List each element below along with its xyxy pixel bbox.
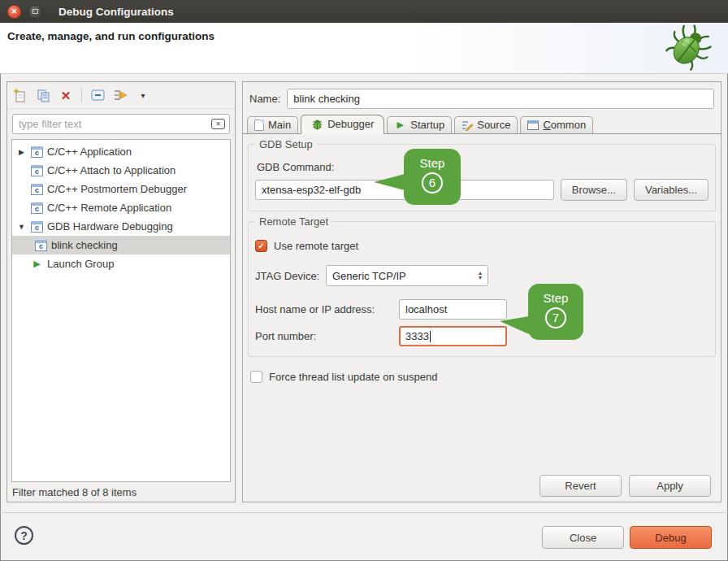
browse-button[interactable]: Browse... — [561, 179, 627, 201]
main-tab-document-icon — [254, 120, 264, 131]
tab-label: Startup — [410, 119, 444, 131]
tree-item-label: C/C++ Attach to Application — [47, 164, 176, 176]
delete-configuration-icon[interactable]: ✕ — [58, 88, 73, 102]
variables-button[interactable]: Variables... — [634, 179, 708, 201]
configurations-sidebar: ✕ ▾ ✕ — [6, 81, 236, 502]
tab-label: Source — [477, 119, 510, 131]
startup-play-icon: ▶ — [394, 120, 406, 130]
c-application-icon: c — [31, 221, 43, 233]
step-7-callout: Step 7 — [528, 284, 583, 340]
text-caret — [430, 331, 431, 342]
force-thread-checkbox[interactable] — [250, 371, 262, 383]
jtag-device-select[interactable]: Generic TCP/IP ▴▾ — [326, 265, 488, 286]
name-input[interactable] — [287, 89, 714, 109]
tab-source[interactable]: Source — [454, 116, 518, 133]
tree-item-cpp-remote[interactable]: c C/C++ Remote Application — [12, 198, 230, 217]
tree-item-label: GDB Hardware Debugging — [47, 220, 173, 233]
tree-item-cpp-postmortem[interactable]: c C/C++ Postmortem Debugger — [12, 180, 230, 198]
common-window-icon — [527, 120, 539, 130]
panel-actions: Revert Apply — [540, 475, 711, 497]
host-input[interactable] — [399, 299, 507, 320]
step-6-callout: Step 6 — [404, 149, 461, 205]
c-application-icon: c — [31, 202, 43, 214]
c-application-icon: c — [35, 240, 47, 251]
tree-item-cpp-application[interactable]: ▶ c C/C++ Application — [12, 142, 230, 161]
tree-item-cpp-attach[interactable]: c C/C++ Attach to Application — [12, 161, 230, 180]
tab-debugger[interactable]: Debugger — [301, 115, 384, 134]
toolbar-separator — [81, 88, 82, 102]
gdb-command-label: GDB Command: — [257, 161, 708, 173]
tab-label: Common — [543, 119, 586, 131]
debugger-bug-icon — [311, 119, 323, 130]
window-title: Debug Configurations — [58, 6, 174, 18]
tree-item-label: C/C++ Remote Application — [47, 202, 171, 214]
c-application-icon: c — [31, 146, 43, 158]
use-remote-target-label: Use remote target — [274, 240, 358, 252]
new-configuration-icon[interactable] — [13, 88, 28, 102]
toolbar-menu-chevron-icon[interactable]: ▾ — [136, 88, 150, 102]
tree-item-label: C/C++ Postmortem Debugger — [47, 183, 187, 195]
debug-button[interactable]: Debug — [630, 526, 712, 549]
clear-filter-icon[interactable]: ✕ — [211, 119, 225, 129]
jtag-device-label: JTAG Device: — [255, 270, 326, 282]
tree-item-label: blink checking — [51, 239, 118, 251]
step-number: 6 — [422, 172, 443, 194]
tab-main[interactable]: Main — [247, 116, 298, 133]
port-value: 3333 — [405, 330, 429, 342]
step-label: Step — [528, 291, 583, 305]
name-label: Name: — [249, 93, 280, 105]
revert-button[interactable]: Revert — [540, 475, 622, 497]
debug-bug-icon — [663, 24, 713, 72]
collapse-all-icon[interactable] — [90, 88, 105, 102]
tab-label: Main — [268, 119, 291, 131]
debug-configurations-dialog: ✕ Debug Configurations Create, manage, a… — [0, 0, 728, 561]
duplicate-configuration-icon[interactable] — [36, 88, 50, 102]
maximize-icon — [32, 9, 38, 14]
launch-group-icon: ▶ — [31, 259, 43, 269]
filter-input[interactable] — [12, 114, 230, 134]
remote-target-group: Remote Target ✓ Use remote target JTAG D… — [248, 221, 716, 357]
step-number: 7 — [545, 307, 566, 328]
name-row: Name: — [243, 82, 721, 114]
remote-target-group-title: Remote Target — [255, 215, 332, 228]
configurations-tree: ▶ c C/C++ Application c C/C++ Attach to … — [11, 139, 231, 482]
titlebar: ✕ Debug Configurations — [0, 0, 728, 23]
tab-startup[interactable]: ▶ Startup — [387, 116, 452, 133]
window-maximize-button[interactable] — [28, 5, 42, 19]
use-remote-target-checkbox[interactable]: ✓ — [255, 240, 267, 252]
close-button[interactable]: Close — [542, 526, 624, 549]
editor-tabs: Main Debugger ▶ Startup — [243, 114, 721, 134]
host-label: Host name or IP address: — [255, 303, 399, 315]
force-thread-row: Force thread list update on suspend — [250, 371, 721, 383]
gdb-setup-group-title: GDB Setup — [255, 138, 317, 150]
chevron-right-icon[interactable]: ▶ — [16, 148, 27, 156]
jtag-device-value: Generic TCP/IP — [332, 270, 479, 282]
c-application-icon: c — [31, 184, 43, 195]
tree-item-launch-group[interactable]: ▶ Launch Group — [12, 254, 230, 273]
port-row: Port number: 3333 — [255, 326, 708, 346]
force-thread-label: Force thread list update on suspend — [269, 371, 437, 383]
use-remote-target-row: ✓ Use remote target — [255, 240, 708, 252]
tab-label: Debugger — [327, 118, 374, 130]
gdb-command-row: Browse... Variables... — [255, 179, 708, 201]
callout-arrow-left-icon — [374, 174, 405, 190]
port-label: Port number: — [255, 330, 399, 342]
window-close-button[interactable]: ✕ — [7, 5, 21, 19]
filter-configurations-icon[interactable] — [113, 88, 128, 102]
tree-item-label: Launch Group — [47, 258, 114, 270]
tab-common[interactable]: Common — [520, 116, 593, 133]
jtag-device-row: JTAG Device: Generic TCP/IP ▴▾ — [255, 265, 708, 286]
header-banner: Create, manage, and run configurations — [0, 23, 728, 74]
chevron-down-icon[interactable]: ▼ — [16, 223, 27, 231]
apply-button[interactable]: Apply — [629, 475, 711, 497]
c-application-icon: c — [31, 165, 43, 176]
filter-row: ✕ — [12, 114, 230, 134]
source-lookup-icon — [462, 120, 473, 131]
tree-item-label: C/C++ Application — [47, 146, 132, 158]
step-label: Step — [404, 156, 461, 170]
tree-item-gdb-hardware-debugging[interactable]: ▼ c GDB Hardware Debugging — [12, 217, 230, 236]
help-button[interactable]: ? — [15, 526, 33, 545]
port-input[interactable]: 3333 — [399, 326, 507, 346]
dialog-heading: Create, manage, and run configurations — [7, 30, 214, 42]
tree-item-blink-checking[interactable]: c blink checking — [12, 236, 230, 254]
